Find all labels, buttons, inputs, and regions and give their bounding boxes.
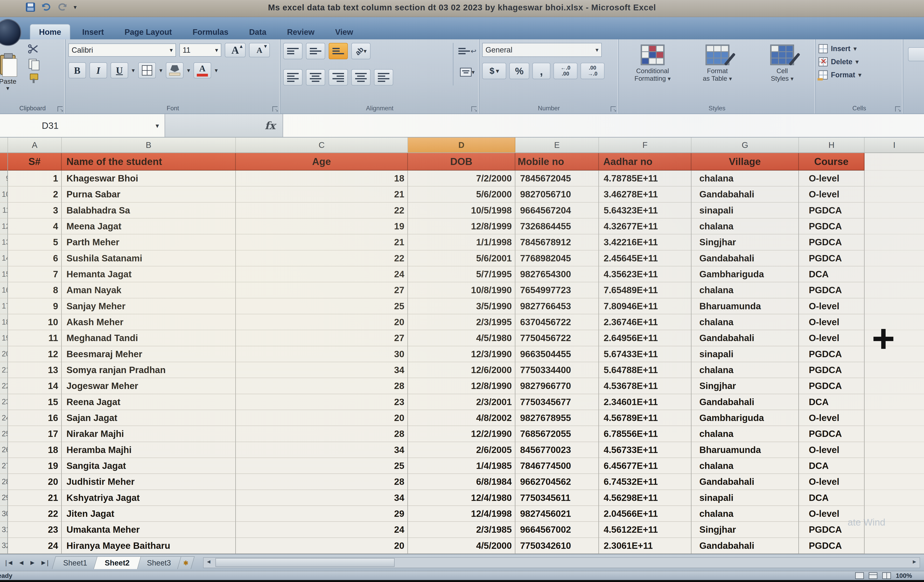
column-header-f[interactable]: F bbox=[599, 138, 691, 153]
cell-mobile[interactable]: 9662704562 bbox=[515, 474, 599, 490]
page-layout-view-icon[interactable] bbox=[869, 572, 878, 579]
cell-course[interactable]: DCA bbox=[799, 394, 865, 410]
decrease-indent-button[interactable] bbox=[351, 69, 370, 85]
cell-name[interactable]: Kshyatriya Jagat bbox=[62, 490, 236, 506]
cell-village[interactable]: Gandabahali bbox=[691, 474, 799, 490]
cell-mobile[interactable]: 9827456021 bbox=[515, 506, 599, 522]
row-number[interactable]: 15 bbox=[0, 266, 8, 282]
cell-sn[interactable]: 24 bbox=[8, 538, 62, 554]
cell-empty[interactable] bbox=[865, 426, 924, 442]
cell-dob[interactable]: 4/8/2002 bbox=[408, 410, 515, 426]
cell-aadhar[interactable]: 2.3061E+11 bbox=[599, 538, 691, 554]
scroll-right-icon[interactable]: ► bbox=[912, 559, 917, 565]
row-number[interactable]: 30 bbox=[0, 506, 8, 522]
cell-empty[interactable] bbox=[865, 378, 924, 394]
cell-age[interactable]: 25 bbox=[236, 458, 408, 474]
insert-cells-button[interactable]: Insert▾ bbox=[818, 44, 901, 53]
cell-age[interactable]: 28 bbox=[236, 426, 408, 442]
horizontal-scrollbar-thumb[interactable] bbox=[216, 558, 394, 567]
align-center-button[interactable] bbox=[306, 69, 325, 85]
cell-age[interactable]: 20 bbox=[236, 410, 408, 426]
cell-aadhar[interactable]: 4.53678E+11 bbox=[599, 378, 691, 394]
cell-sn[interactable]: 4 bbox=[8, 219, 62, 234]
cell-age[interactable]: 20 bbox=[236, 314, 408, 330]
top-align-button[interactable] bbox=[283, 43, 302, 59]
column-header-d-selected[interactable]: D bbox=[408, 138, 515, 153]
format-as-table-button[interactable]: Formatas Table ▾ bbox=[686, 44, 749, 103]
row-number[interactable]: 24 bbox=[0, 410, 8, 426]
wrap-text-button[interactable]: ↩ bbox=[458, 43, 477, 59]
cell-name[interactable]: Umakanta Meher bbox=[62, 522, 236, 538]
sheet-tab-sheet1[interactable]: Sheet1 bbox=[52, 556, 99, 569]
cell-village[interactable]: chalana bbox=[691, 171, 799, 186]
cell-empty[interactable] bbox=[865, 490, 924, 506]
cell-empty[interactable] bbox=[865, 234, 924, 250]
cell-aadhar[interactable]: 4.78785E+11 bbox=[599, 171, 691, 186]
cell-sn[interactable]: 10 bbox=[8, 314, 62, 330]
font-name-select[interactable]: Calibri▾ bbox=[68, 44, 176, 57]
cell-mobile[interactable]: 7750342610 bbox=[515, 538, 599, 554]
cell-name[interactable]: Sushila Satanami bbox=[62, 250, 236, 266]
cell-village[interactable]: chalana bbox=[691, 458, 799, 474]
header-sn[interactable]: S# bbox=[8, 153, 62, 171]
cell-village[interactable]: chalana bbox=[691, 362, 799, 378]
cell-sn[interactable]: 19 bbox=[8, 458, 62, 474]
cell-age[interactable]: 24 bbox=[236, 522, 408, 538]
cell-dob[interactable]: 4/5/2000 bbox=[408, 538, 515, 554]
delete-cells-button[interactable]: Delete▾ bbox=[818, 57, 901, 66]
column-header-e[interactable]: E bbox=[515, 138, 599, 153]
cell-aadhar[interactable]: 2.04566E+11 bbox=[599, 506, 691, 522]
cell-aadhar[interactable]: 6.78556E+11 bbox=[599, 426, 691, 442]
cell-dob[interactable]: 2/6/2005 bbox=[408, 442, 515, 458]
header-mobile[interactable]: Mobile no bbox=[515, 153, 599, 171]
page-break-view-icon[interactable] bbox=[882, 572, 891, 579]
tab-data[interactable]: Data bbox=[240, 25, 275, 39]
row-number[interactable]: 32 bbox=[0, 538, 8, 554]
row-number[interactable]: 10 bbox=[0, 186, 8, 202]
row-number[interactable]: 20 bbox=[0, 346, 8, 362]
cell-village[interactable]: Bharuamunda bbox=[691, 442, 799, 458]
cell-village[interactable]: chalana bbox=[691, 219, 799, 234]
cell-dob[interactable]: 2/3/1985 bbox=[408, 522, 515, 538]
header-aadhar[interactable]: Aadhar no bbox=[599, 153, 691, 171]
cell-course[interactable]: O-level bbox=[799, 442, 865, 458]
cell-mobile[interactable]: 9663504455 bbox=[515, 346, 599, 362]
cell-age[interactable]: 28 bbox=[236, 474, 408, 490]
header-course[interactable]: Course bbox=[799, 153, 865, 171]
cell-dob[interactable]: 5/6/2001 bbox=[408, 250, 515, 266]
increase-indent-button[interactable] bbox=[374, 69, 393, 85]
cell-sn[interactable]: 1 bbox=[8, 171, 62, 186]
cell-empty[interactable] bbox=[865, 266, 924, 282]
cell-name[interactable]: Meghanad Tandi bbox=[62, 330, 236, 346]
cell-mobile[interactable]: 7750345611 bbox=[515, 490, 599, 506]
cell-course[interactable]: PGDCA bbox=[799, 426, 865, 442]
cell-village[interactable]: Singjhar bbox=[691, 234, 799, 250]
font-size-select[interactable]: 11▾ bbox=[180, 44, 221, 57]
cell-name[interactable]: Sajan Jagat bbox=[62, 410, 236, 426]
cell-aadhar[interactable]: 4.56789E+11 bbox=[599, 410, 691, 426]
row-number[interactable]: 17 bbox=[0, 298, 8, 314]
cell-mobile[interactable]: 9664567204 bbox=[515, 202, 599, 219]
cell-empty[interactable] bbox=[865, 474, 924, 490]
cell-aadhar[interactable]: 5.64788E+11 bbox=[599, 362, 691, 378]
cell-sn[interactable]: 16 bbox=[8, 410, 62, 426]
cell-age[interactable]: 23 bbox=[236, 394, 408, 410]
italic-button[interactable]: I bbox=[89, 62, 107, 78]
cell-course[interactable]: PGDCA bbox=[799, 362, 865, 378]
cell-mobile[interactable]: 8456770023 bbox=[515, 442, 599, 458]
cell-village[interactable]: Gambhariguda bbox=[691, 410, 799, 426]
font-color-caret-icon[interactable]: ▾ bbox=[214, 67, 218, 73]
cell-dob[interactable]: 5/7/1995 bbox=[408, 266, 515, 282]
cell-mobile[interactable]: 6370456722 bbox=[515, 314, 599, 330]
cell-name[interactable]: Somya ranjan Pradhan bbox=[62, 362, 236, 378]
cell-dob[interactable]: 12/6/2000 bbox=[408, 362, 515, 378]
last-sheet-icon[interactable]: ►| bbox=[40, 559, 49, 567]
shrink-font-button[interactable]: A▼ bbox=[249, 43, 270, 57]
prev-sheet-icon[interactable]: ◄ bbox=[18, 559, 25, 567]
paste-button[interactable]: Paste ▾ bbox=[0, 43, 23, 103]
cell-dob[interactable]: 1/1/1998 bbox=[408, 234, 515, 250]
cell-sn[interactable]: 21 bbox=[8, 490, 62, 506]
cell-mobile[interactable]: 7750456722 bbox=[515, 330, 599, 346]
column-header-g[interactable]: G bbox=[691, 138, 799, 153]
cell-mobile[interactable]: 7768982045 bbox=[515, 250, 599, 266]
